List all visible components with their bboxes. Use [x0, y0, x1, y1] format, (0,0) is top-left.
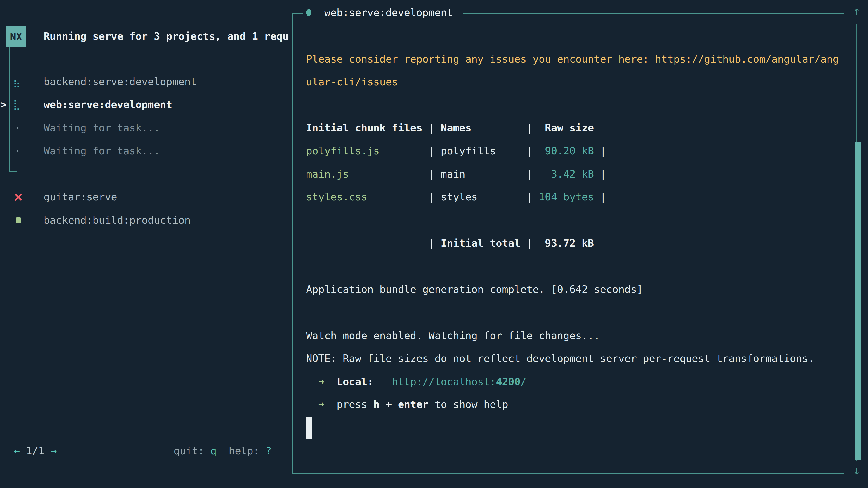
terminal-block-cursor: [306, 417, 312, 438]
chunk-row-end: |: [594, 145, 606, 157]
watch-mode-line: Watch mode enabled. Watching for file ch…: [306, 329, 600, 343]
task-label[interactable]: Waiting for task...: [43, 121, 160, 135]
chunk-size: 104 bytes: [539, 191, 594, 203]
chunk-table-row: polyfills.js | polyfills | 90.20 kB |: [306, 144, 606, 158]
bundle-complete-line: Application bundle generation complete. …: [306, 283, 643, 296]
waiting-dot-icon: ·: [14, 121, 21, 135]
help-hint-keys: h + enter: [373, 398, 429, 410]
spinner-icon: ⣦: [13, 75, 21, 89]
initial-total-row: | Initial total | 93.72 kB: [306, 236, 594, 250]
help-key: ?: [266, 445, 272, 457]
chunk-name: | styles |: [367, 191, 539, 203]
chunk-name: | main |: [349, 168, 551, 180]
task-success-square-icon: [16, 217, 21, 223]
chunk-file: styles.css: [306, 191, 367, 203]
task-label[interactable]: Waiting for task...: [43, 144, 160, 158]
chunk-table-row: main.js | main | 3.42 kB |: [306, 167, 606, 181]
chunk-name: | polyfills |: [379, 145, 545, 157]
keybinding-hints: quit: q help: ?: [174, 444, 272, 458]
pager-prev-arrow-icon[interactable]: ←: [14, 445, 20, 457]
quit-key: q: [211, 445, 217, 457]
pager: ← 1/1 →: [14, 444, 57, 458]
angular-issue-notice-line1: Please consider reporting any issues you…: [306, 53, 839, 66]
local-url-slash[interactable]: /: [520, 376, 526, 388]
spinner-icon: ⣇: [13, 98, 21, 111]
panel-border-left: [292, 13, 293, 474]
scroll-down-arrow-icon[interactable]: ↓: [849, 464, 864, 477]
help-hint-line: ➜ press h + enter to show help: [306, 398, 508, 411]
sidebar-title: Running serve for 3 projects, and 1 requ: [43, 30, 291, 43]
task-group-connector-foot: [9, 171, 17, 172]
chunk-size: 90.20 kB: [545, 145, 594, 157]
local-url-line: ➜ Local: http://localhost:4200/: [306, 375, 526, 389]
selected-caret-icon: >: [0, 98, 6, 111]
chunk-row-end: |: [594, 168, 606, 180]
help-label: help:: [217, 445, 266, 457]
pager-count: 1/1: [20, 445, 51, 457]
task-label[interactable]: backend:serve:development: [43, 75, 197, 89]
task-label[interactable]: web:serve:development: [43, 98, 172, 111]
chunk-file: main.js: [306, 168, 349, 180]
panel-border-top-left: [292, 13, 303, 14]
chunk-table-row: styles.css | styles | 104 bytes |: [306, 190, 606, 204]
angular-issue-notice-line2: ular-cli/issues: [306, 75, 398, 89]
local-label: Local:: [324, 376, 392, 388]
waiting-dot-icon: ·: [14, 144, 21, 158]
nx-tui-screen: NX Running serve for 3 projects, and 1 r…: [0, 0, 868, 488]
panel-border-top: [463, 13, 844, 14]
scroll-up-arrow-icon[interactable]: ↑: [849, 4, 864, 18]
help-hint-post: to show help: [429, 398, 508, 410]
task-group-connector-line: [9, 47, 10, 172]
local-port[interactable]: 4200: [496, 376, 520, 388]
arrow-right-icon: ➜: [306, 398, 324, 410]
task-label[interactable]: guitar:serve: [43, 190, 117, 204]
help-hint-pre: press: [324, 398, 373, 410]
running-status-dot-icon: [306, 9, 311, 16]
task-label[interactable]: backend:build:production: [43, 214, 191, 227]
raw-size-note-line: NOTE: Raw file sizes do not reflect deve…: [306, 352, 814, 365]
chunk-file: polyfills.js: [306, 145, 379, 157]
panel-border-bottom: [292, 473, 844, 474]
task-failed-x-icon: [14, 193, 22, 201]
quit-label: quit:: [174, 445, 211, 457]
scrollbar-thumb[interactable]: [855, 142, 862, 460]
chunk-row-end: |: [594, 191, 606, 203]
chunk-size: 3.42 kB: [551, 168, 594, 180]
arrow-right-icon: ➜: [306, 376, 324, 388]
local-url[interactable]: http://localhost:: [392, 376, 496, 388]
pager-next-arrow-icon[interactable]: →: [51, 445, 57, 457]
chunk-table-header: Initial chunk files | Names | Raw size: [306, 121, 594, 135]
nx-logo: NX: [6, 26, 26, 47]
panel-title: web:serve:development: [324, 6, 453, 20]
